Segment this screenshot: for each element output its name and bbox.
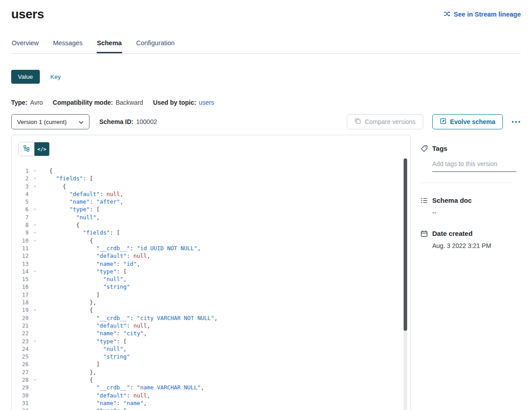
collapse-arrow-icon[interactable]: ▾: [30, 221, 39, 229]
code-text: {: [49, 183, 66, 190]
tab-bar: OverviewMessagesSchemaConfiguration: [11, 39, 521, 54]
arrow-spacer: [30, 368, 39, 376]
code-text: },: [49, 368, 96, 376]
code-text: {: [49, 306, 93, 314]
schema-toggle-key[interactable]: Key: [51, 70, 61, 84]
code-line: 29"__crdb__": "name VARCHAR NULL",: [17, 384, 400, 391]
line-number: 21: [17, 322, 29, 329]
tab-messages[interactable]: Messages: [52, 39, 83, 53]
schema-doc-title-label: Schema doc: [432, 196, 472, 204]
line-number: 9: [17, 229, 29, 236]
collapse-arrow-icon[interactable]: ▾: [30, 237, 39, 244]
line-number: 4: [17, 190, 29, 198]
arrow-spacer: [30, 329, 39, 337]
code-lines: 1▾{2▾"fields": [3▾{4"default": null,5"na…: [17, 167, 400, 410]
arrow-spacer: [30, 314, 39, 322]
collapse-arrow-icon[interactable]: ▾: [30, 337, 39, 345]
code-line: 11"__crdb__": "id UUID NOT NULL",: [17, 244, 400, 252]
code-text: "default": null,: [49, 322, 150, 329]
scrollbar-thumb[interactable]: [404, 158, 407, 331]
topic-link[interactable]: users: [199, 99, 214, 106]
evolve-schema-button[interactable]: Evolve schema: [432, 114, 503, 129]
code-line: 27},: [17, 368, 400, 376]
code-text: "name": "id",: [49, 260, 140, 268]
schema-page: users See in Stream lineage OverviewMess…: [0, 0, 532, 410]
schema-metadata: Type:AvroCompatibility mode:BackwardUsed…: [11, 99, 521, 106]
stream-lineage-icon: [443, 10, 451, 19]
code-line: 20"__crdb__": "city VARCHAR NOT NULL",: [17, 314, 400, 322]
code-line: 16"string": [17, 283, 400, 290]
metadata-value: Backward: [115, 99, 143, 106]
code-text: "type": [: [49, 407, 127, 410]
metadata-item: Compatibility mode:Backward: [53, 99, 143, 106]
collapse-arrow-icon[interactable]: ▾: [30, 268, 39, 275]
compare-versions-icon: [354, 118, 361, 126]
line-number: 8: [17, 221, 29, 229]
code-line: 21"default": null,: [17, 322, 400, 329]
line-number: 32: [17, 407, 29, 410]
code-line: 25"string": [17, 353, 400, 360]
scrollbar-track[interactable]: [404, 158, 407, 410]
arrow-spacer: [30, 353, 39, 360]
code-text: "string": [49, 283, 130, 290]
code-line: 12"default": null,: [17, 252, 400, 260]
version-select[interactable]: Version 1 (current): [11, 114, 89, 129]
collapse-arrow-icon[interactable]: ▾: [30, 183, 39, 190]
list-icon: [421, 197, 428, 204]
arrow-spacer: [30, 291, 39, 299]
tags-input[interactable]: [432, 160, 516, 172]
collapse-arrow-icon[interactable]: ▾: [30, 229, 39, 236]
line-number: 5: [17, 198, 29, 205]
code-line: 14▾"type": [: [17, 268, 400, 275]
compare-versions-label: Compare versions: [365, 118, 416, 125]
code-line: 17]: [17, 291, 400, 299]
schema-id-label: Schema ID:: [99, 118, 133, 125]
metadata-value: Avro: [30, 99, 43, 106]
tab-schema[interactable]: Schema: [97, 39, 123, 53]
compare-versions-button[interactable]: Compare versions: [347, 114, 423, 129]
view-mode-toolbar: </>: [18, 142, 50, 156]
tab-overview[interactable]: Overview: [11, 39, 39, 53]
stream-lineage-link[interactable]: See in Stream lineage: [443, 10, 521, 19]
code-view-button[interactable]: </>: [34, 142, 49, 156]
code-line: 26]: [17, 360, 400, 368]
schema-toggle-value[interactable]: Value: [11, 70, 40, 84]
schema-doc-section: Schema doc --: [421, 196, 519, 216]
more-options-button[interactable]: ⋯: [511, 119, 521, 125]
code-line: 15"null",: [17, 275, 400, 283]
code-text: "null",: [49, 275, 127, 283]
metadata-label: Compatibility mode:: [53, 99, 113, 106]
code-text: ]: [49, 291, 100, 299]
version-select-value: Version 1 (current): [17, 119, 67, 125]
line-number: 30: [17, 392, 29, 399]
code-line: 24"null",: [17, 345, 400, 353]
code-text: "null",: [49, 214, 100, 221]
tree-view-button[interactable]: [19, 142, 34, 156]
code-line: 28▾{: [17, 376, 400, 384]
collapse-arrow-icon[interactable]: ▾: [30, 167, 39, 175]
code-view-icon: </>: [38, 146, 47, 152]
collapse-arrow-icon[interactable]: ▾: [30, 205, 39, 213]
schema-controls: Version 1 (current) Schema ID: 100002 Co…: [11, 114, 521, 129]
stream-lineage-label: See in Stream lineage: [454, 11, 521, 18]
arrow-spacer: [30, 198, 39, 205]
code-text: {: [49, 376, 93, 384]
collapse-arrow-icon[interactable]: ▾: [30, 175, 39, 182]
calendar-icon: [421, 230, 428, 237]
schema-id: Schema ID: 100002: [99, 118, 157, 125]
schema-id-value: 100002: [136, 118, 157, 125]
code-line: 5"name": "after",: [17, 198, 400, 205]
tab-configuration[interactable]: Configuration: [136, 39, 175, 53]
line-number: 25: [17, 353, 29, 360]
main-content: </> 1▾{2▾"fields": [3▾{4"default": null,…: [11, 135, 521, 410]
line-number: 19: [17, 306, 29, 314]
schema-doc-title: Schema doc: [421, 196, 519, 204]
code-text: ]: [49, 360, 100, 368]
collapse-arrow-icon[interactable]: ▾: [30, 376, 39, 384]
collapse-arrow-icon[interactable]: ▾: [30, 407, 39, 410]
metadata-item: Used by topic:users: [153, 99, 214, 106]
collapse-arrow-icon[interactable]: ▾: [30, 306, 39, 314]
code-line: 10▾{: [17, 237, 400, 244]
code-text: "type": [: [49, 268, 127, 275]
arrow-spacer: [30, 260, 39, 268]
